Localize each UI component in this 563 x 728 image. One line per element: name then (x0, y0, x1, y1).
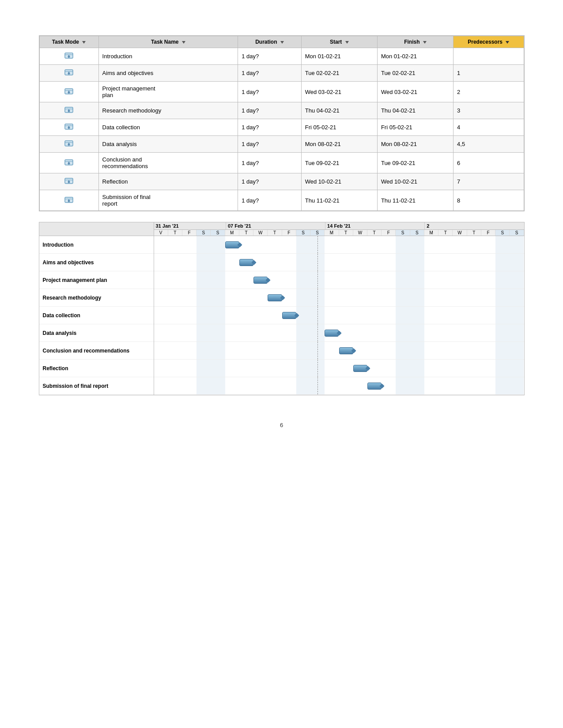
task-mode-icon (64, 158, 74, 166)
predecessors-cell: 4,5 (453, 136, 524, 153)
weekend-shade (296, 289, 310, 306)
duration-cell: 1 day? (238, 136, 301, 153)
task-mode-cell (39, 65, 98, 82)
task-mode-icon (64, 106, 74, 114)
weekend-shade (495, 236, 510, 253)
gantt-bar-arrow (365, 366, 370, 371)
task-name-cell: Aims and objectives (98, 65, 238, 82)
weekend-shade (495, 324, 510, 341)
predecessors-cell: 3 (453, 102, 524, 119)
gantt-weeks-row: 31 Jan '21 07 Feb '21 14 Feb '21 2 (154, 222, 524, 230)
gantt-day-cell: T (367, 230, 382, 236)
weekend-shade (396, 377, 410, 394)
task-mode-icon (64, 123, 74, 131)
predecessors-cell: 6 (453, 153, 524, 173)
sort-arrow-task-mode[interactable] (82, 41, 86, 44)
sort-arrow-predecessors[interactable] (506, 41, 509, 44)
task-name-cell: Project managementplan (98, 82, 238, 102)
weekend-shade (196, 342, 211, 359)
gantt-label-row: Reflection (39, 360, 154, 377)
weekend-shade (211, 342, 225, 359)
weekend-shade (410, 360, 424, 377)
weekend-shade (396, 271, 410, 289)
gantt-bar (353, 365, 367, 372)
start-cell: Tue 09-02-21 (301, 153, 377, 173)
sort-arrow-task-name[interactable] (182, 41, 185, 44)
gantt-dashed-line (317, 289, 318, 306)
table-row: Aims and objectives1 day?Tue 02-02-21Tue… (39, 65, 524, 82)
weekend-shade (495, 360, 510, 377)
weekend-shade (296, 271, 310, 289)
table-row: Reflection1 day?Wed 10-02-21Wed 10-02-21… (39, 173, 524, 190)
weekend-shade (196, 360, 211, 377)
gantt-day-cell: M (424, 230, 438, 236)
gantt-day-cell: S (310, 230, 325, 236)
finish-cell: Wed 03-02-21 (377, 82, 453, 102)
week-label-2: 07 Feb '21 (226, 222, 325, 229)
weekend-shade (396, 254, 410, 271)
start-cell: Thu 11-02-21 (301, 190, 377, 211)
sort-arrow-finish[interactable] (423, 41, 427, 44)
sort-arrow-start[interactable] (345, 41, 349, 44)
gantt-day-cell: F (282, 230, 296, 236)
task-name-cell: Submission of finalreport (98, 190, 238, 211)
task-mode-cell (39, 136, 98, 153)
finish-cell: Thu 11-02-21 (377, 190, 453, 211)
gantt-label-row: Research methodology (39, 289, 154, 307)
gantt-dashed-line (317, 377, 318, 394)
col-header-start: Start (301, 36, 377, 48)
week-label-1: 31 Jan '21 (154, 222, 226, 229)
gantt-dashed-line (317, 236, 318, 253)
sort-arrow-duration[interactable] (280, 41, 284, 44)
gantt-day-cell: W (253, 230, 268, 236)
duration-cell: 1 day? (238, 153, 301, 173)
gantt-day-cell: T (239, 230, 253, 236)
gantt-bar (253, 277, 268, 284)
weekend-shade (510, 236, 524, 253)
gantt-bar (268, 294, 282, 301)
gantt-dashed-line (317, 342, 318, 359)
gantt-bar-row (154, 342, 524, 360)
finish-cell: Mon 08-02-21 (377, 136, 453, 153)
table-row: Conclusion andrecommendations1 day?Tue 0… (39, 153, 524, 173)
table-row: Submission of finalreport1 day?Thu 11-02… (39, 190, 524, 211)
gantt-bar-row (154, 377, 524, 395)
weekend-shade (211, 271, 225, 289)
gantt-dashed-line (317, 254, 318, 271)
gantt-label-row: Introduction (39, 236, 154, 254)
start-cell: Wed 10-02-21 (301, 173, 377, 190)
weekend-shade (510, 342, 524, 359)
gantt-table: Task Mode Task Name Duration Start Finis… (39, 36, 524, 211)
weekend-shade (495, 254, 510, 271)
weekend-shade (296, 254, 310, 271)
task-name-cell: Reflection (98, 173, 238, 190)
gantt-bar (239, 259, 253, 266)
gantt-bar-arrow (237, 242, 242, 247)
task-mode-icon (64, 177, 74, 185)
weekend-shade (211, 360, 225, 377)
start-cell: Mon 01-02-21 (301, 48, 377, 65)
gantt-chart-container: 31 Jan '21 07 Feb '21 14 Feb '21 2 VTFSS… (39, 222, 525, 395)
gantt-day-cell: F (382, 230, 396, 236)
col-header-task-name: Task Name (98, 36, 238, 48)
gantt-header: 31 Jan '21 07 Feb '21 14 Feb '21 2 VTFSS… (39, 222, 524, 236)
weekend-shade (196, 271, 211, 289)
weekend-shade (296, 236, 310, 253)
gantt-bar-row (154, 360, 524, 377)
gantt-dashed-line (317, 360, 318, 377)
gantt-bar (282, 312, 296, 319)
col-header-finish: Finish (377, 36, 453, 48)
task-mode-icon (64, 68, 74, 76)
weekend-shade (196, 324, 211, 341)
gantt-bar-row (154, 324, 524, 342)
gantt-bar-row (154, 271, 524, 289)
gantt-day-cell: W (453, 230, 467, 236)
weekend-shade (296, 324, 310, 341)
gantt-day-cell: M (225, 230, 239, 236)
weekend-shade (495, 342, 510, 359)
gantt-timeline-header: 31 Jan '21 07 Feb '21 14 Feb '21 2 VTFSS… (154, 222, 524, 236)
gantt-day-cell: S (510, 230, 524, 236)
weekend-shade (510, 307, 524, 324)
weekend-shade (495, 307, 510, 324)
weekend-shade (410, 342, 424, 359)
